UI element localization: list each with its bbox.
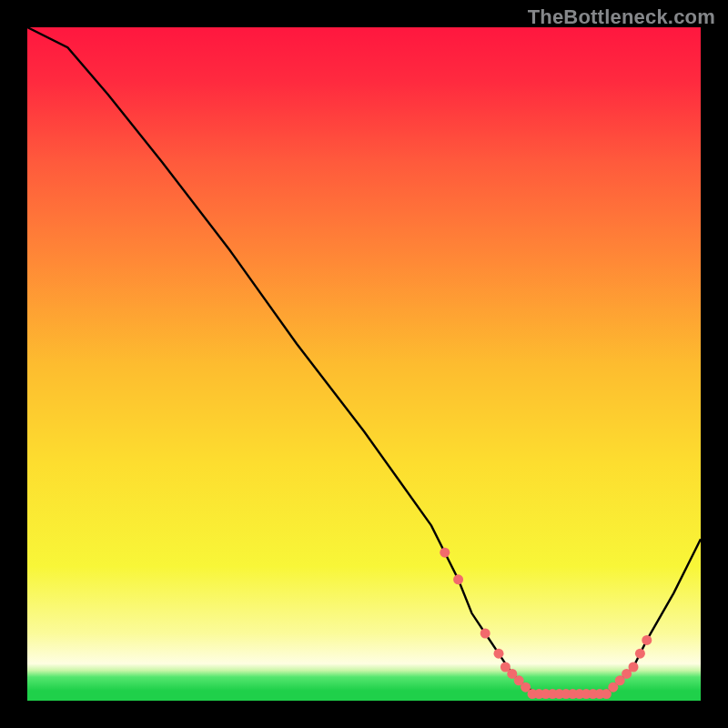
data-marker	[642, 635, 652, 645]
data-marker	[494, 649, 504, 659]
watermark-text: TheBottleneck.com	[528, 5, 715, 29]
chart-frame: TheBottleneck.com	[0, 0, 728, 728]
curve-path	[27, 27, 701, 694]
bottleneck-curve	[27, 27, 701, 701]
data-marker	[480, 629, 490, 639]
data-marker	[629, 662, 639, 672]
plot-area	[27, 27, 701, 701]
data-marker	[440, 548, 450, 558]
data-marker	[635, 649, 645, 659]
data-marker	[453, 574, 463, 584]
marker-group	[440, 548, 652, 699]
